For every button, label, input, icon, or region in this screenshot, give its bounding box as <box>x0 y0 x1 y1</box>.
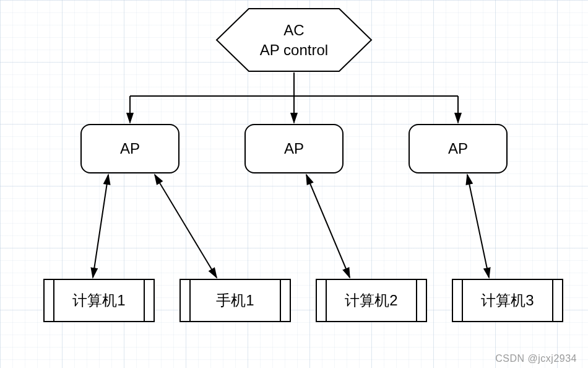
ap-label: AP <box>448 139 468 158</box>
ap-node-3: AP <box>409 124 508 173</box>
device-node-3: 计算机2 <box>316 279 427 322</box>
device-label: 手机1 <box>181 280 290 321</box>
controller-line2: AP control <box>260 40 328 59</box>
ap-node-1: AP <box>80 124 179 173</box>
controller-node: AC AP control <box>215 7 373 72</box>
ap-label: AP <box>120 139 140 158</box>
ap-label: AP <box>284 139 304 158</box>
device-node-4: 计算机3 <box>452 279 563 322</box>
ap-node-2: AP <box>244 124 344 173</box>
device-label: 计算机1 <box>45 280 153 321</box>
device-node-2: 手机1 <box>179 279 291 322</box>
device-label: 计算机2 <box>317 280 426 321</box>
device-node-1: 计算机1 <box>43 279 155 322</box>
device-label: 计算机3 <box>453 280 562 321</box>
diagram-canvas: AC AP control AP AP AP 计算机1 手机1 计算机2 计算机… <box>0 0 588 368</box>
controller-line1: AC <box>260 20 328 40</box>
watermark: CSDN @jcxj2934 <box>495 353 577 364</box>
